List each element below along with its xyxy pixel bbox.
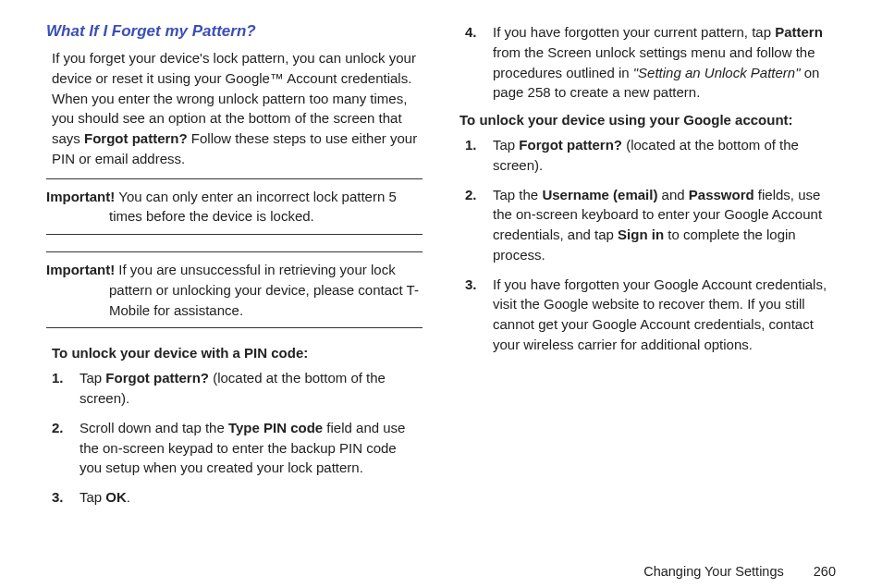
bold-text: Type PIN code [228,420,323,435]
text: Tap [80,489,105,505]
bold-text: Username (email) [542,187,657,202]
important-label: Important! [46,262,118,277]
intro-paragraph: If you forget your device's lock pattern… [46,48,423,169]
important-note-2: Important! If you are unsuccessful in re… [46,251,423,328]
important-text: You can only enter an incorrect lock pat… [109,189,397,225]
text: Tap [493,137,519,153]
important-text: If you are unsuccessful in retrieving yo… [109,262,419,318]
step-text: If you have forgotten your current patte… [493,22,836,103]
text: . [127,489,130,505]
section-heading: What If I Forget my Pattern? [46,22,423,41]
bold-text: OK [105,489,127,505]
footer-section-name: Changing Your Settings [643,564,784,579]
important-label: Important! [46,189,118,204]
text: Scroll down and tap the [80,420,228,435]
text: If you have forgotten your current patte… [493,24,775,40]
list-item: 2. Scroll down and tap the Type PIN code… [52,418,423,478]
step-text: Scroll down and tap the Type PIN code fi… [80,418,423,478]
pin-subheading: To unlock your device with a PIN code: [52,345,423,361]
intro-bold: Forgot pattern? [84,130,188,146]
list-item: 1. Tap Forgot pattern? (located at the b… [465,135,836,176]
list-item: 2. Tap the Username (email) and Password… [465,185,836,265]
step-number: 1. [52,368,80,388]
bold-text: Password [689,187,754,202]
step-number: 1. [465,135,493,155]
page-footer: Changing Your Settings 260 [643,564,836,579]
pin-steps-list: 1. Tap Forgot pattern? (located at the b… [46,368,423,508]
step-number: 2. [465,185,493,205]
step-number: 3. [465,275,493,295]
text: If you have forgotten your Google Accoun… [493,276,827,352]
step-number: 3. [52,487,80,508]
text: Tap [80,370,105,386]
continued-steps-list: 4. If you have forgotten your current pa… [459,22,836,103]
important-note-1: Important! You can only enter an incorre… [46,178,423,236]
step-text: Tap Forgot pattern? (located at the bott… [80,368,423,409]
step-text: Tap Forgot pattern? (located at the bott… [493,135,836,176]
step-text: Tap the Username (email) and Password fi… [493,185,836,265]
list-item: 4. If you have forgotten your current pa… [465,22,836,103]
page-number: 260 [814,564,836,579]
italic-reference: "Setting an Unlock Pattern" [633,65,801,80]
list-item: 1. Tap Forgot pattern? (located at the b… [52,368,423,409]
right-column: 4. If you have forgotten your current pa… [459,22,836,517]
bold-text: Forgot pattern? [519,137,622,153]
step-text: If you have forgotten your Google Accoun… [493,275,836,355]
bold-text: Sign in [618,227,664,242]
bold-text: Forgot pattern? [105,370,209,386]
bold-text: Pattern [775,24,823,40]
list-item: 3. If you have forgotten your Google Acc… [465,275,836,355]
step-number: 4. [465,22,493,43]
text: Tap the [493,187,542,202]
google-subheading: To unlock your device using your Google … [459,112,836,128]
text: and [657,187,688,202]
list-item: 3. Tap OK. [52,487,423,508]
google-steps-list: 1. Tap Forgot pattern? (located at the b… [459,135,836,355]
page-content: What If I Forget my Pattern? If you forg… [0,0,882,526]
left-column: What If I Forget my Pattern? If you forg… [46,22,423,517]
step-number: 2. [52,418,80,438]
step-text: Tap OK. [80,487,423,508]
